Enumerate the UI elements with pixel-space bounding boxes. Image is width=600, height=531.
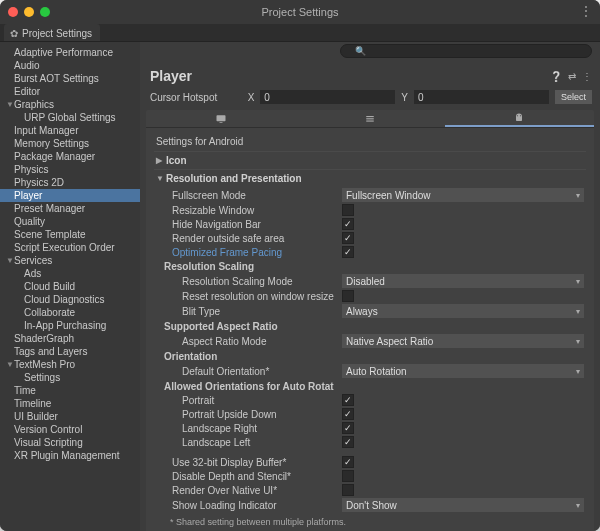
landscape-right-checkbox[interactable]: ✓	[342, 422, 354, 434]
blit-type-label: Blit Type	[172, 306, 342, 317]
window-menu-icon[interactable]: ⋮	[580, 4, 592, 18]
section-resolution[interactable]: ▼Resolution and Presentation	[154, 169, 586, 187]
render-native-checkbox[interactable]	[342, 484, 354, 496]
menu-icon[interactable]: ⋮	[582, 71, 592, 82]
chevron-down-icon: ▼	[6, 360, 14, 369]
sidebar-item[interactable]: Package Manager	[0, 150, 140, 163]
sidebar-item-label: Services	[14, 255, 52, 266]
chevron-down-icon: ▾	[576, 501, 580, 510]
sidebar-item[interactable]: Collaborate	[0, 306, 140, 319]
presets-icon[interactable]: ⇄	[568, 71, 576, 82]
sidebar-item[interactable]: Scene Template	[0, 228, 140, 241]
portrait-label: Portrait	[172, 395, 342, 406]
sidebar-item[interactable]: Settings	[0, 371, 140, 384]
sidebar[interactable]: Adaptive PerformanceAudioBurst AOT Setti…	[0, 42, 140, 531]
window-title: Project Settings	[0, 6, 600, 18]
tab-label: Project Settings	[22, 28, 92, 39]
sidebar-item[interactable]: In-App Purchasing	[0, 319, 140, 332]
sidebar-item-label: Editor	[14, 86, 40, 97]
sidebar-item-label: Cloud Diagnostics	[24, 294, 105, 305]
sidebar-item[interactable]: Cloud Build	[0, 280, 140, 293]
svg-rect-1	[219, 122, 222, 123]
default-orient-dropdown[interactable]: Auto Rotation▾	[342, 364, 584, 378]
sidebar-item[interactable]: Physics	[0, 163, 140, 176]
sidebar-item[interactable]: Timeline	[0, 397, 140, 410]
platform-tab-standalone[interactable]	[146, 110, 295, 127]
sidebar-item[interactable]: Burst AOT Settings	[0, 72, 140, 85]
sidebar-item-label: Ads	[24, 268, 41, 279]
use32-checkbox[interactable]: ✓	[342, 456, 354, 468]
blit-type-dropdown[interactable]: Always▾	[342, 304, 584, 318]
cursor-hotspot-x-input[interactable]	[260, 90, 395, 104]
sidebar-item-label: Quality	[14, 216, 45, 227]
sidebar-item-label: UI Builder	[14, 411, 58, 422]
sidebar-item[interactable]: Time	[0, 384, 140, 397]
sidebar-item[interactable]: Script Execution Order	[0, 241, 140, 254]
sidebar-item[interactable]: Input Manager	[0, 124, 140, 137]
maximize-icon[interactable]	[40, 7, 50, 17]
close-icon[interactable]	[8, 7, 18, 17]
render-safe-checkbox[interactable]: ✓	[342, 232, 354, 244]
sidebar-item[interactable]: Audio	[0, 59, 140, 72]
sidebar-item[interactable]: ShaderGraph	[0, 332, 140, 345]
reset-res-checkbox[interactable]	[342, 290, 354, 302]
sidebar-item[interactable]: XR Plugin Management	[0, 449, 140, 462]
section-icon[interactable]: ▶Icon	[154, 151, 586, 169]
sidebar-item[interactable]: Adaptive Performance	[0, 46, 140, 59]
svg-rect-2	[366, 116, 374, 117]
sidebar-item-label: Script Execution Order	[14, 242, 115, 253]
sidebar-item-label: Timeline	[14, 398, 51, 409]
loading-ind-dropdown[interactable]: Don't Show▾	[342, 498, 584, 512]
sidebar-item-label: Audio	[14, 60, 40, 71]
sidebar-item[interactable]: Tags and Layers	[0, 345, 140, 358]
sidebar-item[interactable]: Quality	[0, 215, 140, 228]
project-settings-window: Project Settings ⋮ ✿ Project Settings Ad…	[0, 0, 600, 531]
shared-setting-note: * Shared setting between multiple platfo…	[154, 513, 586, 531]
frame-pacing-label[interactable]: Optimized Frame Pacing	[172, 247, 342, 258]
sidebar-item[interactable]: Player	[0, 189, 140, 202]
sidebar-item[interactable]: ▼Services	[0, 254, 140, 267]
sidebar-item[interactable]: ▼TextMesh Pro	[0, 358, 140, 371]
frame-pacing-checkbox[interactable]: ✓	[342, 246, 354, 258]
sidebar-item[interactable]: Cloud Diagnostics	[0, 293, 140, 306]
sidebar-item[interactable]: URP Global Settings	[0, 111, 140, 124]
sidebar-item-label: In-App Purchasing	[24, 320, 106, 331]
hide-nav-checkbox[interactable]: ✓	[342, 218, 354, 230]
disable-ds-checkbox[interactable]	[342, 470, 354, 482]
chevron-down-icon: ▾	[576, 191, 580, 200]
platform-tab-android[interactable]	[445, 110, 594, 127]
sidebar-item-label: Physics 2D	[14, 177, 64, 188]
orientation-header: Orientation	[164, 351, 334, 362]
sidebar-item[interactable]: ▼Graphics	[0, 98, 140, 111]
sidebar-item[interactable]: Physics 2D	[0, 176, 140, 189]
sidebar-item[interactable]: Preset Manager	[0, 202, 140, 215]
tab-project-settings[interactable]: ✿ Project Settings	[4, 24, 100, 41]
portrait-ud-checkbox[interactable]: ✓	[342, 408, 354, 420]
aspect-mode-dropdown[interactable]: Native Aspect Ratio▾	[342, 334, 584, 348]
fullscreen-mode-dropdown[interactable]: Fullscreen Window▾	[342, 188, 584, 202]
minimize-icon[interactable]	[24, 7, 34, 17]
select-button[interactable]: Select	[555, 90, 592, 104]
chevron-down-icon: ▾	[576, 337, 580, 346]
sidebar-item[interactable]: Version Control	[0, 423, 140, 436]
sidebar-item[interactable]: UI Builder	[0, 410, 140, 423]
sidebar-item[interactable]: Memory Settings	[0, 137, 140, 150]
chevron-down-icon: ▾	[576, 367, 580, 376]
platform-tab-dedicated[interactable]	[295, 110, 444, 127]
titlebar: Project Settings ⋮	[0, 0, 600, 24]
sidebar-item-label: Preset Manager	[14, 203, 85, 214]
search-input[interactable]	[340, 44, 592, 58]
resizable-window-checkbox[interactable]	[342, 204, 354, 216]
sidebar-item[interactable]: Ads	[0, 267, 140, 280]
sidebar-item[interactable]: Visual Scripting	[0, 436, 140, 449]
svg-rect-3	[366, 118, 374, 119]
scaling-mode-dropdown[interactable]: Disabled▾	[342, 274, 584, 288]
platform-settings-panel: Settings for Android ▶Icon ▼Resolution a…	[146, 110, 594, 531]
portrait-checkbox[interactable]: ✓	[342, 394, 354, 406]
help-icon[interactable]: ❔	[550, 71, 562, 82]
disable-ds-label: Disable Depth and Stencil*	[172, 471, 342, 482]
window-controls	[8, 7, 50, 17]
cursor-hotspot-y-input[interactable]	[414, 90, 549, 104]
sidebar-item[interactable]: Editor	[0, 85, 140, 98]
landscape-left-checkbox[interactable]: ✓	[342, 436, 354, 448]
